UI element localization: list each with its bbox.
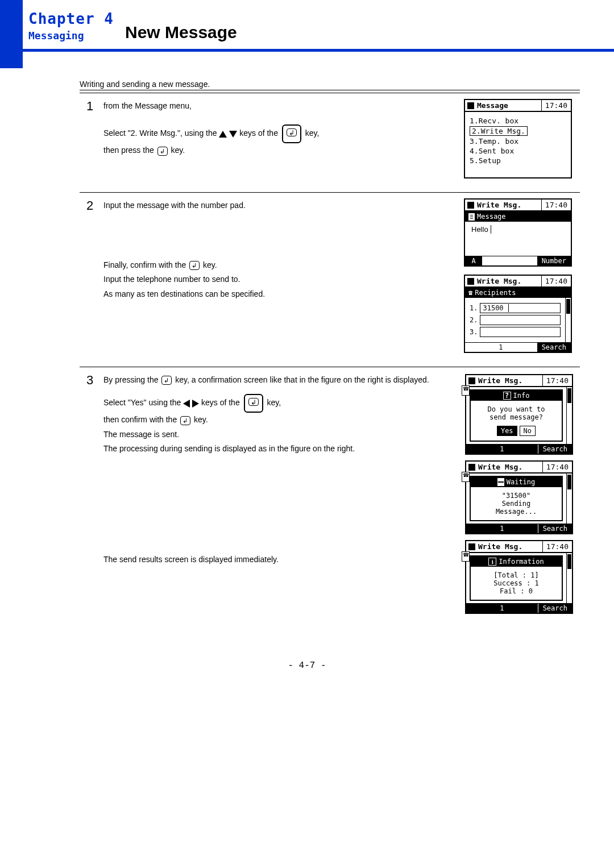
title-icon — [467, 202, 474, 209]
phone-screen-confirm: Write Msg. 17:40 ?Info Do you want to se… — [465, 374, 573, 455]
phone-screen-result: Write Msg. 17:40 iInformation [Total : 1… — [465, 540, 573, 614]
menu-item: 4.Sent box — [470, 147, 566, 155]
document-icon — [468, 213, 475, 221]
footer-right: Search — [537, 343, 571, 352]
step-row: 1 from the Message menu, Select "2. Writ… — [80, 93, 580, 193]
step-text: Input the telephone number to send to. — [103, 272, 457, 286]
chapter-subtitle: Messaging — [28, 30, 125, 41]
phone-screen-write-msg: Write Msg. 17:40 Message Hello A Number — [464, 198, 572, 267]
scrollbar — [565, 298, 571, 342]
enter-key-icon — [244, 394, 263, 413]
recipients-icon: ☎ — [468, 289, 472, 297]
menu-item: 1.Recv. box — [470, 117, 566, 125]
step-text: from the Message menu, — [103, 99, 457, 113]
time-label: 17:40 — [542, 375, 572, 386]
step-text: Input the message with the number pad. — [103, 198, 457, 213]
step-number: 2 — [80, 193, 100, 367]
title-icon — [467, 278, 474, 285]
time-label: 17:40 — [541, 100, 571, 111]
step-text: then press the key. — [103, 143, 457, 157]
time-label: 17:40 — [541, 276, 571, 286]
title-icon — [467, 102, 474, 109]
footer-left: 1 — [466, 445, 538, 454]
up-arrow-icon — [219, 131, 227, 138]
menu-item: 5.Setup — [470, 156, 566, 165]
header-blue-bar — [0, 0, 23, 68]
step-text: The message is sent. — [103, 427, 457, 442]
footer-right: Search — [538, 524, 572, 533]
step-number: 1 — [80, 93, 100, 193]
step-body: By pressing the key, a confirmation scre… — [100, 367, 460, 621]
message-text: Hello — [470, 225, 493, 234]
page-number: - 4-7 - — [0, 643, 614, 682]
steps-table: 1 from the Message menu, Select "2. Writ… — [80, 93, 580, 621]
scrollbar — [566, 553, 572, 603]
enter-key-icon — [157, 147, 168, 156]
recipient-input — [480, 327, 561, 337]
intro-text: Writing and sending a new message. — [80, 80, 580, 90]
step-text: Finally, confirm with the key. — [103, 258, 457, 272]
step-row: 2 Input the message with the number pad.… — [80, 193, 580, 367]
overlay-icon: ☎ — [462, 472, 470, 482]
step-body: from the Message menu, Select "2. Write … — [100, 93, 460, 193]
step-text: As many as ten destinations can be speci… — [103, 287, 457, 301]
step-text: The processing during sending is display… — [103, 442, 457, 456]
step-body: Input the message with the number pad. F… — [100, 193, 460, 367]
title-icon — [468, 377, 475, 384]
header-underline — [23, 49, 614, 52]
phone-screen-recipients: Write Msg. 17:40 ☎Recipients 1.31500 2. … — [464, 275, 572, 353]
section-title: New Message — [125, 23, 614, 45]
footer-right: Search — [538, 604, 572, 613]
page-header: Chapter 4 Messaging New Message — [0, 0, 614, 68]
scrollbar — [566, 474, 572, 524]
footer-right: Search — [538, 445, 572, 454]
recipient-input — [480, 315, 561, 325]
menu-item: 3.Temp. box — [470, 137, 566, 146]
title-icon — [468, 464, 475, 471]
step-number: 3 — [80, 367, 100, 621]
enter-key-icon — [282, 124, 301, 143]
question-icon: ? — [503, 392, 511, 400]
step-text: By pressing the key, a confirmation scre… — [103, 373, 457, 387]
footer-left: 1 — [466, 524, 538, 533]
footer-right: Number — [537, 256, 571, 265]
no-button: No — [520, 426, 536, 436]
step-text: Select "Yes" using the keys of the key, — [103, 394, 457, 413]
footer-left: A — [465, 256, 482, 265]
step-text: then confirm with the key. — [103, 413, 457, 427]
time-label: 17:40 — [541, 200, 571, 210]
yes-button: Yes — [497, 426, 517, 436]
time-label: 17:40 — [542, 541, 572, 552]
title-icon — [468, 543, 475, 550]
time-label: 17:40 — [542, 462, 572, 472]
phone-screen-waiting: Write Msg. 17:40 Waiting "31500" Sending — [465, 460, 573, 534]
enter-key-icon — [189, 261, 200, 270]
scrollbar — [566, 387, 572, 444]
step-text: The send results screen is displayed imm… — [103, 553, 457, 567]
chapter-title: Chapter 4 — [28, 10, 125, 27]
right-arrow-icon — [192, 400, 199, 408]
info-icon: i — [488, 558, 496, 566]
left-arrow-icon — [183, 400, 190, 408]
enter-key-icon — [180, 416, 190, 425]
step-text: Select "2. Write Msg.", using the keys o… — [103, 124, 457, 143]
menu-item-selected: 2.Write Msg. — [470, 126, 528, 136]
hourglass-icon — [497, 478, 504, 486]
recipient-input: 31500 — [480, 303, 561, 313]
footer-left: 1 — [466, 604, 538, 613]
step-row: 3 By pressing the key, a confirmation sc… — [80, 367, 580, 621]
enter-key-icon — [161, 376, 172, 385]
overlay-icon: ☎ — [462, 551, 470, 562]
down-arrow-icon — [229, 131, 237, 138]
footer-left: 1 — [465, 343, 537, 352]
phone-screen-menu: Message 17:40 1.Recv. box 2.Write Msg. 3… — [464, 99, 572, 178]
overlay-icon: ☎ — [462, 385, 470, 396]
